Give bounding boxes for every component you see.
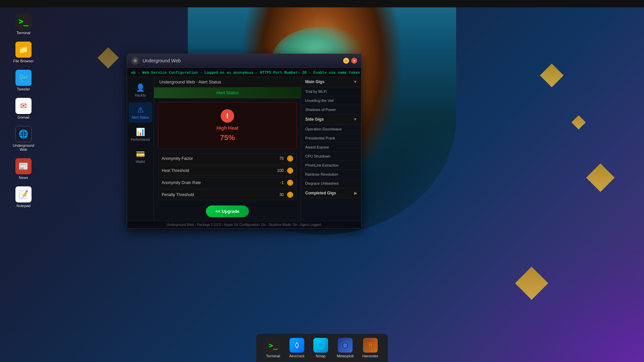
desktop-icon-gomail[interactable]: ✉ Gomail xyxy=(10,98,37,119)
desktop-icon-underground-web[interactable]: 🌐 Underground Web xyxy=(10,126,37,152)
gig-shadows-power[interactable]: Shadows of Power xyxy=(301,105,361,114)
gig-trial-wifi[interactable]: Trial by Wi-Fi xyxy=(301,87,361,96)
window-controls: − ✕ xyxy=(343,58,357,64)
window-content: 👤 Hackify ⚠ Alert Status 📊 Performance 💳… xyxy=(127,77,361,221)
stat-value-heat-threshold: 100 xyxy=(270,168,284,173)
desktop-icon-notepad[interactable]: 📝 Notepad xyxy=(10,186,37,208)
desktop-icons: >_ Terminal 📁 File Browser 🐦 Tweeter ✉ G… xyxy=(10,13,37,208)
decoration-diamond-3 xyxy=(586,164,615,192)
alert-box: ! High Heat 75% xyxy=(158,102,297,149)
gig-presidential-prank[interactable]: Presidential Prank xyxy=(301,134,361,143)
gomail-label: Gomail xyxy=(18,115,30,119)
main-gigs-header[interactable]: Main Gigs ▼ xyxy=(301,77,361,87)
stat-row-heat-threshold: Heat Threshold 100 xyxy=(158,165,297,176)
side-gigs-arrow: ▼ xyxy=(353,117,357,122)
gig-unveiling-veil[interactable]: Unveiling the Veil xyxy=(301,96,361,105)
completed-gigs-header[interactable]: Completed Gigs ▶ xyxy=(301,188,361,198)
window-titlebar: ⊕ Underground Web − ✕ xyxy=(127,54,361,68)
alert-danger-icon: ! xyxy=(221,109,234,123)
taskbar-harvester-icon xyxy=(363,338,378,353)
panel-header: Underground Web - Alert Status xyxy=(154,77,301,87)
terminal-label: Terminal xyxy=(16,31,31,35)
main-panel: Underground Web - Alert Status Alert Sta… xyxy=(154,77,301,221)
purple-glow xyxy=(443,228,644,362)
stat-value-penalty-threshold: 30 xyxy=(270,192,284,197)
gig-op-soundwave[interactable]: Operation Soundwave xyxy=(301,125,361,134)
stat-dot-anonymity-factor xyxy=(287,156,293,162)
stat-row-anonymity-drain: Anonymity Drain Rate -1 xyxy=(158,177,297,188)
underground-web-label: Underground Web xyxy=(10,143,37,152)
taskbar-top xyxy=(0,0,644,7)
main-gigs-title: Main Gigs xyxy=(305,79,324,84)
svg-point-1 xyxy=(319,344,322,347)
taskbar-item-terminal[interactable]: >_ Terminal xyxy=(263,337,283,359)
sidebar-item-performance[interactable]: 📊 Performance xyxy=(129,124,152,145)
stat-dot-anonymity-drain xyxy=(287,180,293,186)
taskbar-item-metasploit[interactable]: Metasploit xyxy=(334,337,356,359)
window-title: Underground Web xyxy=(143,58,181,63)
gig-rainbow-revolution[interactable]: Rainbow Revolution xyxy=(301,170,361,179)
alert-status-icon: ⚠ xyxy=(137,106,144,114)
wallet-icon: 💳 xyxy=(136,150,145,159)
ticker-text: eb - Web Service Configuration - Logged … xyxy=(131,70,361,75)
decoration-diamond-5 xyxy=(98,47,119,69)
taskbar-nmap-icon xyxy=(313,338,328,353)
notepad-icon: 📝 xyxy=(15,186,32,202)
gig-award-expose[interactable]: Award Expose xyxy=(301,143,361,152)
notepad-label: Notepad xyxy=(16,204,31,208)
sidebar-item-wallet[interactable]: 💳 Wallet xyxy=(129,146,152,167)
app-window-icon: ⊕ xyxy=(131,57,139,65)
file-browser-label: File Browser xyxy=(13,59,34,63)
alert-level-label: High Heat xyxy=(216,125,238,131)
hackify-label: Hackify xyxy=(135,94,146,97)
performance-label: Performance xyxy=(131,138,150,141)
gomail-icon: ✉ xyxy=(15,98,32,114)
close-button[interactable]: ✕ xyxy=(351,58,357,64)
completed-gigs-arrow: ▶ xyxy=(354,191,357,195)
hackify-icon: 👤 xyxy=(136,83,145,92)
stat-dot-penalty-threshold xyxy=(287,192,293,198)
stat-name-penalty-threshold: Penalty Threshold xyxy=(162,192,270,197)
taskbar-metasploit-label: Metasploit xyxy=(337,354,354,358)
taskbar-airocrack-icon xyxy=(289,338,304,353)
side-gigs-header[interactable]: Side Gigs ▼ xyxy=(301,114,361,125)
gig-cpu-shutdown[interactable]: CPU Shutdown xyxy=(301,152,361,161)
side-gigs-title: Side Gigs xyxy=(305,117,324,122)
completed-gigs-title: Completed Gigs xyxy=(305,191,336,195)
stat-value-anonymity-drain: -1 xyxy=(270,180,284,185)
upgrade-button[interactable]: << Upgrade xyxy=(206,205,249,217)
upgrade-area: << Upgrade xyxy=(154,200,301,223)
stat-row-penalty-threshold: Penalty Threshold 30 xyxy=(158,189,297,200)
terminal-icon: >_ xyxy=(15,13,32,29)
decoration-diamond-2 xyxy=(572,115,586,129)
tweeter-label: Tweeter xyxy=(17,87,30,91)
performance-icon: 📊 xyxy=(136,128,145,136)
wallet-label: Wallet xyxy=(136,160,145,164)
desktop-icon-tweeter[interactable]: 🐦 Tweeter xyxy=(10,70,37,91)
gig-phishlink-extraction[interactable]: PhishLink Extraction xyxy=(301,161,361,170)
stat-name-anonymity-drain: Anonymity Drain Rate xyxy=(162,180,270,185)
desktop-icon-news[interactable]: 📰 News xyxy=(10,158,37,180)
tweeter-icon: 🐦 xyxy=(15,70,32,86)
main-gigs-arrow: ▼ xyxy=(353,79,357,84)
window-title-left: ⊕ Underground Web xyxy=(131,57,181,65)
sidebar-item-alert-status[interactable]: ⚠ Alert Status xyxy=(129,102,152,123)
alert-percent-value: 75% xyxy=(220,133,235,142)
underground-web-icon: 🌐 xyxy=(15,126,32,142)
taskbar-metasploit-icon xyxy=(338,338,353,353)
sidebar-item-hackify[interactable]: 👤 Hackify xyxy=(129,80,152,101)
taskbar-item-harvester[interactable]: Harvester xyxy=(360,337,381,359)
decoration-diamond-1 xyxy=(540,64,564,87)
taskbar-terminal-icon: >_ xyxy=(266,338,280,353)
alert-status-header: Alert Status xyxy=(154,87,301,98)
taskbar-item-nmap[interactable]: Nmap xyxy=(311,337,331,359)
minimize-button[interactable]: − xyxy=(343,58,349,64)
taskbar-item-airocrack[interactable]: Airocrack xyxy=(286,337,307,359)
stat-value-anonymity-factor: 75 xyxy=(270,156,284,161)
alert-status-label: Alert Status xyxy=(132,116,149,119)
desktop-icon-file-browser[interactable]: 📁 File Browser xyxy=(10,42,37,63)
news-label: News xyxy=(19,176,28,180)
app-window: ⊕ Underground Web − ✕ eb - Web Service C… xyxy=(127,54,362,229)
gig-disgrace-unleashed[interactable]: Disgrace Unleashed xyxy=(301,179,361,188)
desktop-icon-terminal[interactable]: >_ Terminal xyxy=(10,13,37,35)
